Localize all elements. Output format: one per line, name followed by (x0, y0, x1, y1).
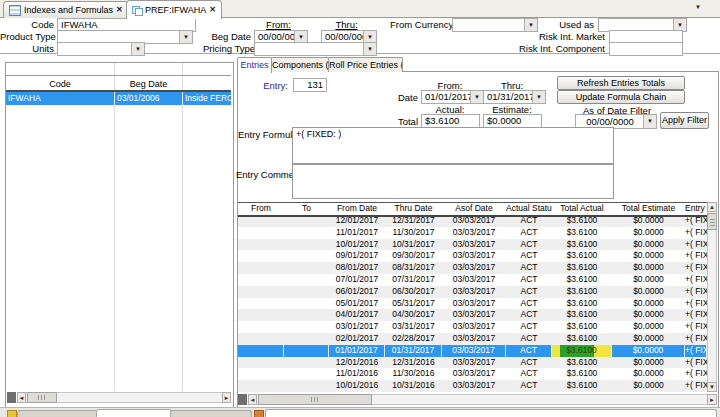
table-cell-status: ACT (506, 357, 552, 369)
column-header[interactable]: Thru Date (385, 203, 442, 215)
table-row[interactable]: 05/01/201705/31/201703/03/2017ACT$3.6100… (238, 298, 707, 310)
total-actual-field[interactable]: $3.6100 (421, 114, 480, 128)
table-cell-status: ACT (506, 239, 552, 251)
table-row[interactable]: 04/01/201704/30/201703/03/2017ACT$3.6100… (238, 309, 707, 321)
bottom-pane-edge (0, 407, 720, 417)
table-row[interactable]: 08/01/201708/31/201703/03/2017ACT$3.6100… (238, 262, 707, 274)
column-header[interactable]: Entry F (685, 203, 707, 215)
table-row[interactable]: 10/01/201610/31/201603/03/2017ACT$3.6100… (238, 380, 707, 392)
table-row[interactable]: 09/01/201709/30/201703/03/2017ACT$3.6100… (238, 250, 707, 262)
table-cell-to (284, 368, 329, 380)
table-cell-to (284, 227, 329, 239)
entries-hscroll-thumb[interactable] (258, 394, 372, 405)
refresh-entries-totals-formulas-button[interactable]: Refresh Entries Totals Formulas (557, 76, 685, 90)
column-header[interactable]: Total Actual (552, 203, 612, 215)
from-currency-select[interactable]: ▼ (452, 18, 538, 32)
tab-pref-ifwaha[interactable]: PREF:IFWAHA ✕ (126, 0, 222, 19)
entry-label: Entry: (246, 80, 288, 92)
table-row[interactable]: 10/01/201710/31/201703/03/2017ACT$3.6100… (238, 239, 707, 251)
tab-components[interactable]: Components (1) (271, 57, 329, 72)
table-row[interactable]: 02/01/201702/28/201703/03/2017ACT$3.6100… (238, 333, 707, 345)
scroll-right-arrow-icon[interactable]: ► (707, 394, 717, 405)
table-cell-total-estimate: $0.0000 (612, 239, 685, 251)
total-estimate-field[interactable]: $0.0000 (483, 114, 542, 128)
tab-entries[interactable]: Entries (237, 57, 272, 73)
entries-vscroll-thumb[interactable] (707, 213, 717, 230)
table-cell-formula: +( FIXE (685, 380, 707, 392)
close-icon[interactable]: ✕ (209, 6, 216, 14)
table-cell-from-date: 07/01/2017 (329, 274, 385, 286)
table-row[interactable]: 03/01/201703/31/201703/03/2017ACT$3.6100… (238, 321, 707, 333)
tab-label: PREF:IFWAHA (145, 5, 206, 15)
table-cell-to (284, 380, 329, 392)
bottom-tab[interactable] (96, 409, 172, 417)
table-cell-asof-date: 03/03/2017 (442, 262, 506, 274)
table-cell-total-actual: $3.6100 (552, 345, 612, 357)
update-formula-chain-button[interactable]: Update Formula Chain (557, 90, 685, 104)
table-cell-thru-date: 06/30/2017 (385, 286, 442, 298)
table-cell-from-date: 06/01/2017 (329, 286, 385, 298)
bottom-tab[interactable] (17, 410, 98, 417)
chevron-down-icon[interactable]: ▼ (179, 31, 192, 43)
file-icon (254, 410, 264, 417)
tab-overflow-chevron-icon[interactable]: ▼ (695, 4, 701, 10)
table-cell-total-estimate: $0.0000 (612, 250, 685, 262)
table-row[interactable]: 11/01/201611/30/201603/03/2017ACT$3.6100… (238, 368, 707, 380)
chevron-down-icon[interactable]: ▼ (363, 43, 376, 55)
table-row[interactable]: 06/01/201706/30/201703/03/2017ACT$3.6100… (238, 286, 707, 298)
column-header[interactable]: From (238, 203, 284, 215)
column-header[interactable]: Total Estimate (612, 203, 685, 215)
column-header[interactable]: From Date (329, 203, 385, 215)
chevron-down-icon[interactable]: ▼ (524, 19, 537, 31)
date-thru-field[interactable]: 01/31/2017 ▼ (483, 90, 546, 104)
column-header[interactable]: To (284, 203, 329, 215)
left-list-hscroll-thumb[interactable] (27, 392, 57, 403)
document-tab-bar: Indexes and Formulas ✕ PREF:IFWAHA ✕ ▼ (0, 0, 720, 18)
entry-formula-textarea[interactable]: +( FIXED: ) (292, 127, 614, 164)
bottom-tab[interactable] (170, 410, 252, 417)
scroll-right-arrow-icon[interactable]: ► (222, 392, 231, 403)
cell-separator (114, 92, 115, 105)
list-row-ifwaha[interactable]: IFWAHA 03/01/2006 Inside FERC (6, 92, 231, 105)
risk-int-component-field[interactable] (609, 42, 683, 56)
scroll-down-arrow-icon[interactable]: ▼ (707, 382, 717, 392)
list-header-beg-date[interactable]: Beg Date (115, 79, 182, 90)
date-from-field[interactable]: 01/01/2017 ▼ (421, 90, 484, 104)
column-divider (114, 63, 115, 391)
index-list-panel (5, 62, 234, 409)
apply-filter-button[interactable]: Apply Filter (660, 112, 709, 129)
pricing-type-select[interactable]: ▼ (254, 42, 377, 56)
table-row[interactable]: 11/01/201711/30/201703/03/2017ACT$3.6100… (238, 227, 707, 239)
table-row[interactable]: 12/01/201612/31/201603/03/2017ACT$3.6100… (238, 357, 707, 369)
list-header-code[interactable]: Code (6, 79, 114, 90)
table-cell-thru-date: 03/31/2017 (385, 321, 442, 333)
close-icon[interactable]: ✕ (116, 6, 123, 14)
chevron-down-icon[interactable]: ▼ (643, 115, 656, 128)
chevron-down-icon[interactable]: ▼ (470, 91, 483, 103)
chevron-down-icon[interactable]: ▼ (131, 43, 144, 55)
entry-comments-textarea[interactable] (292, 164, 614, 199)
table-row[interactable]: 01/01/201701/31/201703/03/2017ACT$3.6100… (238, 345, 707, 357)
beg-date-label: Beg Date (200, 31, 251, 43)
table-cell-to (284, 262, 329, 274)
units-label: Units (0, 43, 54, 55)
table-cell-total-actual: $3.6100 (552, 239, 612, 251)
table-row[interactable]: 07/01/201707/31/201703/03/2017ACT$3.6100… (238, 274, 707, 286)
scroll-left-arrow-icon[interactable]: ◄ (17, 392, 26, 403)
table-cell-formula: +( FIXE (685, 227, 707, 239)
chevron-down-icon[interactable]: ▼ (532, 91, 545, 103)
from-column-label: From: (254, 19, 303, 30)
table-cell-asof-date: 03/03/2017 (442, 274, 506, 286)
scroll-left-arrow-icon[interactable]: ◄ (248, 394, 257, 405)
table-cell-asof-date: 03/03/2017 (442, 239, 506, 251)
column-header[interactable]: Actual Status (506, 203, 552, 215)
scroll-up-arrow-icon[interactable]: ▲ (707, 202, 717, 212)
entry-number-field[interactable]: 131 (293, 78, 327, 92)
table-cell-total-estimate: $0.0000 (612, 357, 685, 369)
table-cell-from-date: 03/01/2017 (329, 321, 385, 333)
entries-vscroll-track[interactable] (707, 202, 717, 392)
column-header[interactable]: Asof Date (442, 203, 506, 215)
tab-roll-price-entries[interactable]: Roll Price Entries (0) (328, 57, 403, 72)
units-select[interactable]: ▼ (57, 42, 145, 56)
tab-indexes-and-formulas[interactable]: Indexes and Formulas ✕ (3, 1, 129, 18)
